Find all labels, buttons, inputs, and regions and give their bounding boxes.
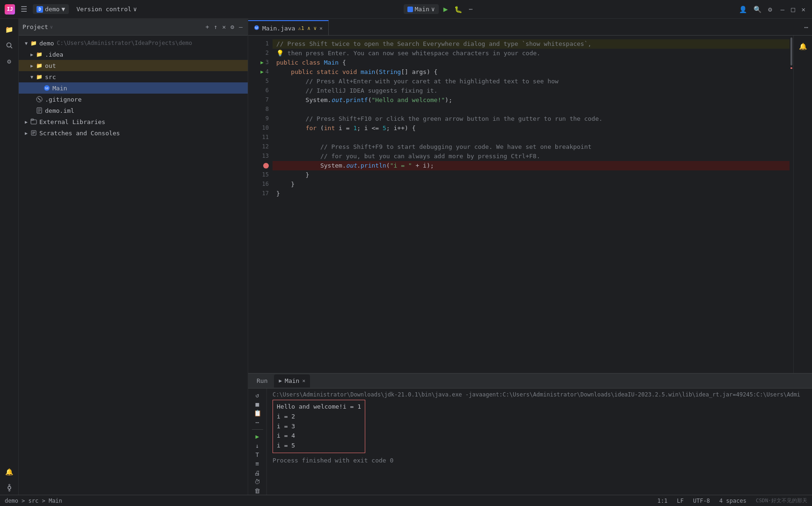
code-line-9: // Press Shift+F10 or click the green ar…	[273, 114, 790, 124]
output-line-3: i = 3	[277, 422, 361, 432]
line-3[interactable]: ▶ 3	[248, 58, 269, 67]
code-line-6: // IntelliJ IDEA suggests fixing it.	[273, 86, 790, 95]
code-line-16: }	[273, 180, 790, 189]
tabs-more-button[interactable]: ⋯	[801, 23, 812, 31]
src-folder-icon: 📁	[36, 73, 43, 81]
run-button[interactable]: ▶	[442, 3, 450, 15]
tab-run[interactable]: Run	[252, 374, 272, 388]
svg-text:M: M	[45, 86, 49, 90]
svg-line-10	[38, 98, 41, 101]
svg-point-2	[8, 486, 11, 489]
code-editor[interactable]: // Press Shift twice to open the Search …	[273, 36, 790, 373]
breakpoint-indicator[interactable]	[263, 163, 269, 169]
tree-item-external-libraries[interactable]: ▶ External Libraries	[19, 116, 248, 127]
sidebar-item-search[interactable]	[2, 38, 16, 52]
close-panel-button[interactable]: ✕	[221, 22, 228, 32]
notifications-icon[interactable]: 🔔	[796, 39, 810, 53]
run-gutter-4[interactable]: ▶	[260, 68, 264, 76]
run-output-area[interactable]: C:\Users\Administrator\Downloads\jdk-21.…	[267, 389, 812, 495]
editor-area: M Main.java ⚠1 ∧ ∨ ✕ ⋯ 1 2 ▶ 3	[248, 19, 812, 495]
breadcrumb-item[interactable]: demo > src > Main	[5, 498, 62, 504]
project-dropdown-arrow: ▼	[61, 6, 65, 13]
code-line-8	[273, 105, 790, 114]
editor-scrollbar[interactable]	[790, 36, 793, 373]
scroll-from-source-button[interactable]: ↑	[213, 22, 219, 32]
line-14-breakpoint[interactable]	[248, 161, 269, 170]
run-configuration-dropdown[interactable]: Main ∨	[404, 4, 439, 14]
tree-path-demo: C:\Users\Administrator\IdeaProjects\demo	[57, 40, 192, 46]
encoding[interactable]: UTF-8	[693, 498, 710, 504]
code-line-3: public class Main {	[273, 58, 790, 67]
stop-button[interactable]: ■	[251, 400, 264, 408]
line-separator[interactable]: LF	[677, 498, 684, 504]
line-numbers-gutter: 1 2 ▶ 3 ▶ 4 5 6 7 8 9 10 11	[248, 36, 273, 373]
tree-item-iml[interactable]: demo.iml	[19, 105, 248, 116]
gitignore-icon	[36, 95, 43, 103]
tree-item-demo-root[interactable]: ▼ 📁 demo C:\Users\Administrator\IdeaProj…	[19, 37, 248, 49]
cursor-position[interactable]: 1:1	[657, 498, 668, 504]
indent-setting[interactable]: 4 spaces	[719, 498, 746, 504]
run-config-name: Main	[415, 6, 429, 13]
clear-output-button[interactable]: 🗑	[251, 487, 264, 495]
tab-close-button[interactable]: ✕	[319, 25, 323, 31]
elapsed-time-button[interactable]: ⏱	[251, 478, 264, 485]
maximize-button[interactable]: □	[789, 4, 797, 15]
run-gutter-3[interactable]: ▶	[260, 59, 264, 67]
tab-main-java[interactable]: M Main.java ⚠1 ∧ ∨ ✕	[248, 20, 329, 35]
project-panel-header: Project ∨ + ↑ ✕ ⚙ —	[19, 19, 248, 36]
scroll-down-button[interactable]: ↓	[251, 442, 264, 449]
tree-item-idea[interactable]: ▶ 📁 .idea	[19, 49, 248, 60]
tree-item-gitignore[interactable]: .gitignore	[19, 94, 248, 105]
search-everywhere-button[interactable]: 🔍	[752, 4, 763, 15]
settings-button[interactable]: ⚙	[766, 4, 774, 15]
add-button[interactable]: +	[204, 22, 211, 32]
line-12: 12	[248, 142, 269, 152]
scrollbar-thumb[interactable]	[790, 37, 792, 66]
tab-main-run[interactable]: ▶ Main ✕	[274, 374, 310, 388]
code-line-10: for (int i = 1; i <= 5; i++) {	[273, 124, 790, 133]
filter-output-button[interactable]: ≡	[251, 460, 264, 468]
main-run-tab-close[interactable]: ✕	[302, 378, 305, 384]
more-run-actions-button[interactable]: ⋯	[251, 418, 264, 426]
tree-label-demo: demo	[39, 40, 54, 47]
close-button[interactable]: ✕	[800, 4, 807, 15]
svg-point-4	[8, 490, 10, 491]
toggle-soft-wrap-button[interactable]: T	[251, 451, 264, 458]
minimize-button[interactable]: —	[779, 4, 786, 15]
user-icon[interactable]: 👤	[737, 4, 749, 15]
hamburger-button[interactable]: ☰	[19, 3, 29, 15]
line-10: 10	[248, 124, 269, 133]
sidebar-item-notifications[interactable]: 🔔	[2, 465, 16, 479]
sidebar-item-git[interactable]	[2, 481, 16, 495]
rerun-button[interactable]: ↺	[251, 391, 264, 399]
tree-item-scratches[interactable]: ▶ Scratches and Consoles	[19, 127, 248, 139]
run-output-play-button[interactable]: ▶	[251, 433, 264, 440]
sidebar-item-plugins[interactable]: ⚙	[2, 54, 16, 68]
gear-button[interactable]: ⚙	[229, 22, 236, 32]
tree-label-iml: demo.iml	[45, 107, 74, 114]
run-panel-content: ↺ ■ 📋 ⋯ ▶ ↓ T ≡ 🖨 ⏱ 🗑	[248, 389, 812, 495]
line-4[interactable]: ▶ 4	[248, 67, 269, 77]
tree-arrow-main	[36, 84, 43, 92]
tree-item-out[interactable]: ▶ 📁 out	[19, 60, 248, 71]
run-panel-tabs: Run ▶ Main ✕	[248, 374, 812, 389]
tree-item-main[interactable]: M Main	[19, 82, 248, 94]
logo-icon: IJ	[5, 4, 15, 15]
run-config-icon	[407, 7, 413, 12]
status-bar: demo > src > Main 1:1 LF UTF-8 4 spaces …	[0, 495, 812, 506]
project-folder-icon: 📁	[30, 39, 37, 47]
project-dropdown[interactable]: D demo ▼	[33, 4, 69, 14]
code-line-13: // for you, but you can always add more …	[273, 152, 790, 161]
more-actions-button[interactable]: ⋯	[467, 4, 474, 15]
restore-layout-button[interactable]: 📋	[251, 410, 264, 417]
sidebar-item-project[interactable]: 📁	[2, 22, 16, 37]
debug-button[interactable]: 🐛	[452, 4, 464, 15]
collapse-button[interactable]: —	[237, 22, 244, 32]
code-line-5: // Press Alt+Enter with your caret at th…	[273, 77, 790, 86]
tree-item-src[interactable]: ▼ 📁 src	[19, 71, 248, 82]
titlebar-center: Main ∨ ▶ 🐛 ⋯	[140, 3, 737, 15]
print-button[interactable]: 🖨	[251, 469, 264, 477]
tab-label-main: Main.java	[262, 25, 295, 32]
run-tab-label: Run	[257, 377, 267, 384]
version-control-button[interactable]: Version control ∨	[73, 4, 140, 14]
